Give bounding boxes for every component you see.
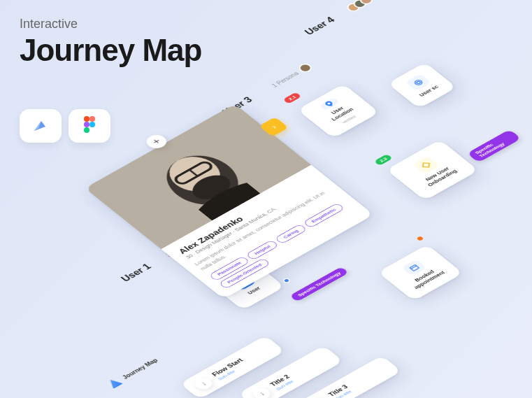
isometric-canvas: Journey Map User 1 3 Personas User 3 1 P… (0, 44, 532, 398)
technology-tag[interactable]: Specific Technology (289, 266, 349, 302)
brand-mark-icon (106, 377, 123, 389)
svg-point-2 (84, 122, 89, 127)
onboarding-node[interactable]: New User Onboarding (387, 140, 479, 201)
brand-logo: Journey Map (106, 356, 161, 389)
svg-point-3 (89, 122, 95, 127)
chevron-right-icon: › (269, 123, 279, 130)
svg-point-1 (89, 116, 95, 122)
avatar-stack (296, 62, 314, 74)
calendar-icon (401, 260, 427, 277)
page-header: Interactive Journey Map (20, 17, 201, 68)
svg-point-14 (416, 80, 421, 84)
column-header-user4: User 4 (303, 0, 375, 36)
header-subtitle: Interactive (20, 17, 201, 31)
svg-point-4 (84, 127, 89, 133)
brand-label: Journey Map (121, 357, 159, 380)
badge-count: 2.1 (282, 92, 302, 104)
avatar (296, 62, 314, 74)
location-node[interactable]: User Location Verified (297, 84, 379, 138)
technology-tag[interactable]: Specific Technology (467, 129, 522, 163)
status-dot (416, 236, 424, 241)
userscan-node[interactable]: User sc (387, 62, 456, 108)
svg-point-13 (413, 79, 423, 85)
diamond-icon (412, 156, 440, 174)
node-label: User Location (319, 100, 360, 125)
header-title: Journey Map (20, 33, 201, 68)
column-title: User 1 (119, 262, 153, 283)
badge-count: 2.3 (374, 154, 394, 166)
figma-icon[interactable] (69, 109, 110, 143)
connector-dot (282, 277, 292, 283)
down-arrow-icon: ↓ (250, 385, 274, 398)
node-label: User (246, 285, 261, 295)
avatar-stack (345, 0, 375, 13)
node-label: User sc (418, 84, 440, 98)
tool-badges (20, 109, 110, 143)
node-label: New User Onboarding (416, 162, 464, 191)
svg-point-0 (84, 116, 89, 122)
plus-icon: + (149, 136, 164, 147)
down-arrow-icon: ↓ (192, 376, 215, 392)
column-subtitle: 1 Persona (271, 71, 300, 88)
svg-rect-15 (410, 265, 419, 271)
column-title: User 4 (303, 15, 337, 36)
protopie-icon[interactable] (20, 109, 62, 143)
booked-node[interactable]: Booked appointment (378, 245, 463, 301)
